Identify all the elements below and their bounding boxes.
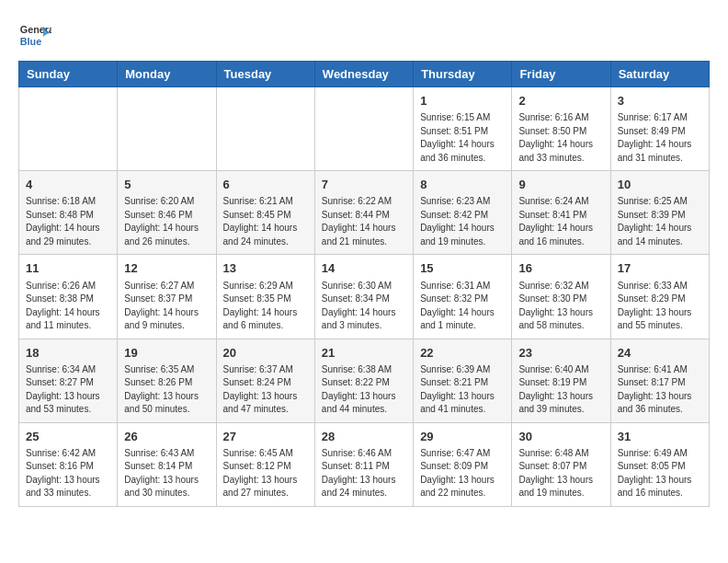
day-content: Sunrise: 6:35 AM Sunset: 8:26 PM Dayligh…	[124, 363, 209, 417]
calendar-cell: 28Sunrise: 6:46 AM Sunset: 8:11 PM Dayli…	[314, 422, 413, 506]
day-content: Sunrise: 6:48 AM Sunset: 8:07 PM Dayligh…	[518, 447, 603, 500]
calendar-cell: 8Sunrise: 6:23 AM Sunset: 8:42 PM Daylig…	[414, 171, 512, 255]
calendar-cell: 7Sunrise: 6:22 AM Sunset: 8:44 PM Daylig…	[314, 171, 413, 255]
day-number: 3	[618, 93, 702, 109]
day-content: Sunrise: 6:21 AM Sunset: 8:45 PM Dayligh…	[223, 195, 308, 248]
day-content: Sunrise: 6:26 AM Sunset: 8:38 PM Dayligh…	[26, 280, 110, 333]
calendar-table: SundayMondayTuesdayWednesdayThursdayFrid…	[18, 61, 710, 507]
day-content: Sunrise: 6:45 AM Sunset: 8:12 PM Dayligh…	[223, 447, 308, 500]
calendar-cell: 10Sunrise: 6:25 AM Sunset: 8:39 PM Dayli…	[610, 171, 709, 255]
calendar-cell: 21Sunrise: 6:38 AM Sunset: 8:22 PM Dayli…	[314, 339, 413, 422]
day-number: 5	[124, 177, 209, 193]
calendar-cell: 6Sunrise: 6:21 AM Sunset: 8:45 PM Daylig…	[216, 171, 314, 255]
calendar-cell: 9Sunrise: 6:24 AM Sunset: 8:41 PM Daylig…	[512, 171, 610, 255]
day-number: 1	[420, 93, 505, 109]
calendar-cell: 27Sunrise: 6:45 AM Sunset: 8:12 PM Dayli…	[216, 422, 314, 506]
day-number: 25	[26, 429, 110, 445]
calendar-week-row: 25Sunrise: 6:42 AM Sunset: 8:16 PM Dayli…	[19, 422, 710, 506]
day-number: 8	[420, 177, 505, 193]
calendar-cell: 12Sunrise: 6:27 AM Sunset: 8:37 PM Dayli…	[118, 255, 216, 339]
day-content: Sunrise: 6:30 AM Sunset: 8:34 PM Dayligh…	[322, 280, 406, 333]
calendar-cell: 4Sunrise: 6:18 AM Sunset: 8:48 PM Daylig…	[19, 171, 118, 255]
calendar-cell	[19, 87, 118, 171]
day-number: 23	[518, 345, 603, 362]
page-header: General Blue	[18, 18, 710, 52]
day-content: Sunrise: 6:31 AM Sunset: 8:32 PM Dayligh…	[420, 280, 505, 333]
day-content: Sunrise: 6:46 AM Sunset: 8:11 PM Dayligh…	[322, 447, 406, 500]
day-number: 10	[618, 177, 702, 193]
day-number: 15	[420, 260, 505, 277]
day-content: Sunrise: 6:22 AM Sunset: 8:44 PM Dayligh…	[322, 195, 406, 248]
calendar-cell	[216, 87, 314, 171]
calendar-cell: 2Sunrise: 6:16 AM Sunset: 8:50 PM Daylig…	[512, 87, 610, 171]
day-number: 11	[26, 260, 110, 277]
day-number: 21	[322, 345, 406, 362]
column-header-sunday: Sunday	[19, 62, 118, 87]
day-content: Sunrise: 6:39 AM Sunset: 8:21 PM Dayligh…	[420, 363, 505, 417]
day-number: 12	[124, 260, 209, 277]
day-number: 14	[322, 260, 406, 277]
calendar-cell: 1Sunrise: 6:15 AM Sunset: 8:51 PM Daylig…	[414, 87, 512, 171]
day-number: 7	[322, 177, 406, 193]
calendar-cell: 19Sunrise: 6:35 AM Sunset: 8:26 PM Dayli…	[118, 339, 216, 422]
calendar-cell	[314, 87, 413, 171]
calendar-week-row: 1Sunrise: 6:15 AM Sunset: 8:51 PM Daylig…	[19, 87, 710, 171]
day-number: 20	[223, 345, 308, 362]
logo-icon: General Blue	[18, 18, 51, 52]
day-number: 22	[420, 345, 505, 362]
day-content: Sunrise: 6:42 AM Sunset: 8:16 PM Dayligh…	[26, 447, 110, 500]
calendar-cell: 24Sunrise: 6:41 AM Sunset: 8:17 PM Dayli…	[610, 339, 709, 422]
calendar-week-row: 11Sunrise: 6:26 AM Sunset: 8:38 PM Dayli…	[19, 255, 710, 339]
calendar-cell: 13Sunrise: 6:29 AM Sunset: 8:35 PM Dayli…	[216, 255, 314, 339]
day-number: 28	[322, 429, 406, 445]
day-content: Sunrise: 6:32 AM Sunset: 8:30 PM Dayligh…	[518, 280, 603, 333]
svg-text:Blue: Blue	[20, 36, 41, 47]
day-content: Sunrise: 6:34 AM Sunset: 8:27 PM Dayligh…	[26, 363, 110, 417]
day-content: Sunrise: 6:41 AM Sunset: 8:17 PM Dayligh…	[618, 363, 702, 417]
calendar-week-row: 18Sunrise: 6:34 AM Sunset: 8:27 PM Dayli…	[19, 339, 710, 422]
day-content: Sunrise: 6:38 AM Sunset: 8:22 PM Dayligh…	[322, 363, 406, 417]
day-number: 19	[124, 345, 209, 362]
day-number: 9	[518, 177, 603, 193]
day-number: 24	[618, 345, 702, 362]
day-content: Sunrise: 6:49 AM Sunset: 8:05 PM Dayligh…	[618, 447, 702, 500]
day-number: 2	[518, 93, 603, 109]
calendar-cell: 29Sunrise: 6:47 AM Sunset: 8:09 PM Dayli…	[414, 422, 512, 506]
day-content: Sunrise: 6:16 AM Sunset: 8:50 PM Dayligh…	[518, 111, 603, 165]
calendar-cell: 11Sunrise: 6:26 AM Sunset: 8:38 PM Dayli…	[19, 255, 118, 339]
day-content: Sunrise: 6:33 AM Sunset: 8:29 PM Dayligh…	[618, 280, 702, 333]
calendar-cell: 20Sunrise: 6:37 AM Sunset: 8:24 PM Dayli…	[216, 339, 314, 422]
day-number: 6	[223, 177, 308, 193]
day-content: Sunrise: 6:24 AM Sunset: 8:41 PM Dayligh…	[518, 195, 603, 248]
day-content: Sunrise: 6:43 AM Sunset: 8:14 PM Dayligh…	[124, 447, 209, 500]
calendar-cell: 22Sunrise: 6:39 AM Sunset: 8:21 PM Dayli…	[414, 339, 512, 422]
day-number: 13	[223, 260, 308, 277]
day-content: Sunrise: 6:25 AM Sunset: 8:39 PM Dayligh…	[618, 195, 702, 248]
calendar-cell: 18Sunrise: 6:34 AM Sunset: 8:27 PM Dayli…	[19, 339, 118, 422]
day-content: Sunrise: 6:47 AM Sunset: 8:09 PM Dayligh…	[420, 447, 505, 500]
day-number: 17	[618, 260, 702, 277]
day-content: Sunrise: 6:37 AM Sunset: 8:24 PM Dayligh…	[223, 363, 308, 417]
calendar-cell: 25Sunrise: 6:42 AM Sunset: 8:16 PM Dayli…	[19, 422, 118, 506]
day-number: 16	[518, 260, 603, 277]
day-number: 26	[124, 429, 209, 445]
calendar-cell: 3Sunrise: 6:17 AM Sunset: 8:49 PM Daylig…	[610, 87, 709, 171]
calendar-cell	[118, 87, 216, 171]
column-header-tuesday: Tuesday	[216, 62, 314, 87]
calendar-cell: 17Sunrise: 6:33 AM Sunset: 8:29 PM Dayli…	[610, 255, 709, 339]
day-content: Sunrise: 6:20 AM Sunset: 8:46 PM Dayligh…	[124, 195, 209, 248]
day-number: 27	[223, 429, 308, 445]
day-content: Sunrise: 6:27 AM Sunset: 8:37 PM Dayligh…	[124, 280, 209, 333]
day-number: 18	[26, 345, 110, 362]
calendar-cell: 30Sunrise: 6:48 AM Sunset: 8:07 PM Dayli…	[512, 422, 610, 506]
column-header-monday: Monday	[118, 62, 216, 87]
calendar-header-row: SundayMondayTuesdayWednesdayThursdayFrid…	[19, 62, 710, 87]
column-header-thursday: Thursday	[414, 62, 512, 87]
column-header-friday: Friday	[512, 62, 610, 87]
column-header-wednesday: Wednesday	[314, 62, 413, 87]
calendar-cell: 5Sunrise: 6:20 AM Sunset: 8:46 PM Daylig…	[118, 171, 216, 255]
day-number: 29	[420, 429, 505, 445]
day-number: 4	[26, 177, 110, 193]
calendar-cell: 31Sunrise: 6:49 AM Sunset: 8:05 PM Dayli…	[610, 422, 709, 506]
day-content: Sunrise: 6:23 AM Sunset: 8:42 PM Dayligh…	[420, 195, 505, 248]
